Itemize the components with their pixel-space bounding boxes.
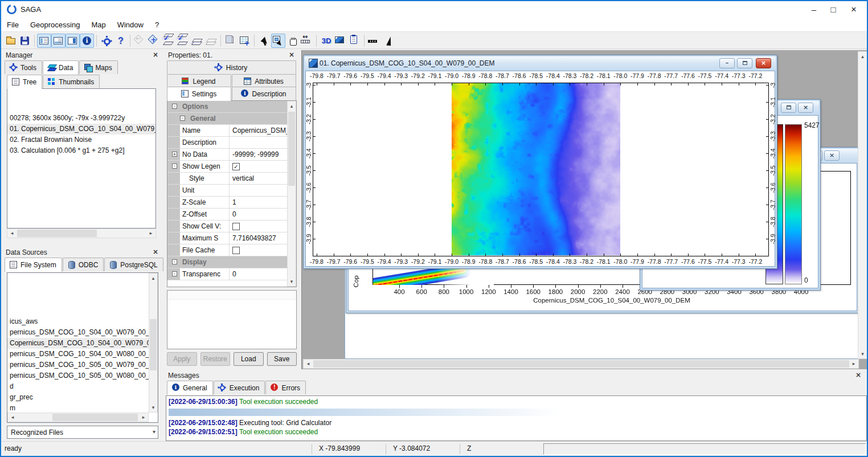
property-value-description[interactable] [229,137,287,148]
collapse-icon[interactable]: - [172,259,177,264]
manager-tree-hscrollbar[interactable]: ◂ ▸ [7,228,156,238]
data-source-item[interactable]: pernicus_DSM_COG_10_S04_00_W080_00_DEM [7,349,149,360]
messages-tab-errors[interactable]: Errors [265,381,306,394]
toolbar-grab-layers-button[interactable] [190,34,204,48]
tab-legend[interactable]: Legend [167,74,231,88]
menu-file[interactable]: File [1,18,24,32]
collapse-icon[interactable]: - [172,164,177,169]
menu-window[interactable]: Window [112,18,149,32]
legend-restore-button[interactable] [781,103,796,113]
messages-tab-general[interactable]: General [167,381,213,395]
messages-close-icon[interactable]: × [854,371,862,379]
data-sources-vscrollbar[interactable]: ▴ ▾ [149,273,158,413]
manager-tab-data[interactable]: Data [43,60,79,75]
save-button[interactable]: Save [267,352,297,366]
property-value-name[interactable]: Copernicus_DSM_ [229,125,287,136]
messages-tab-execution[interactable]: Execution [214,381,265,394]
property-value-maximum-s[interactable]: 7.7160493827 [229,232,287,244]
settings-vscrollbar[interactable]: ▴ ▾ [287,101,296,287]
legend-close-button[interactable]: × [798,103,813,113]
data-source-item[interactable]: pernicus_DSM_COG_10_S04_00_W079_00_DEM [7,327,149,338]
data-source-item[interactable]: icus_aws [7,316,149,327]
property-value-unit[interactable] [229,185,287,196]
tab-history[interactable]: History [167,60,296,74]
property-value-style[interactable]: vertical [229,173,287,184]
toolbar-save-image-button[interactable] [333,34,347,48]
property-value-show-cell-v[interactable] [229,221,287,232]
scroll-right-icon[interactable]: ▸ [139,413,148,422]
tab-attributes[interactable]: Attributes [232,74,296,88]
collapse-icon[interactable]: - [172,104,177,109]
property-value-file-cache[interactable] [229,244,287,256]
data-source-item[interactable]: pernicus_DSM_COG_10_S05_00_W079_00_DEM [7,360,149,370]
manager-tab-tools[interactable]: Tools [5,60,42,74]
properties-close-icon[interactable]: × [288,51,296,59]
toolbar-nav-extent-button[interactable] [147,34,161,48]
manager-close-icon[interactable]: × [152,51,159,59]
toolbar-tool-chains-button[interactable] [99,34,113,48]
chevron-down-icon[interactable]: ▾ [153,429,155,435]
mdi-vscrollbar[interactable]: ▴ ▾ [858,51,867,359]
scrollbar-thumb[interactable] [17,230,97,237]
toolbar-copy-map-button[interactable] [223,34,238,48]
collapse-icon[interactable]: - [172,271,177,276]
data-sources-tab-odbc[interactable]: ODBC [63,258,104,271]
checkbox-file-cache-unchecked[interactable] [232,247,240,254]
toolbar-show-data-sources-button[interactable] [51,34,65,48]
property-value-z-scale[interactable]: 1 [229,197,287,208]
toolbar-apply-layers-button[interactable] [204,34,218,48]
tab-description[interactable]: Description [232,87,296,100]
scroll-down-icon[interactable]: ▾ [288,277,296,286]
toolbar-show-manager-button[interactable] [37,34,51,48]
menu-map[interactable]: Map [85,18,111,32]
toolbar-pan-button[interactable] [285,34,300,48]
toolbar-north-arrow-button[interactable] [381,34,395,48]
toolbar-help-button[interactable] [113,34,128,48]
scrollbar-thumb[interactable] [150,319,157,370]
tree-item[interactable]: 02. Fractal Brownian Noise [7,134,155,145]
property-value-show-legen[interactable]: ✓ [229,161,287,172]
load-button[interactable]: Load [234,352,264,366]
scrollbar-thumb[interactable] [52,414,138,421]
tab-settings[interactable]: Settings [167,87,231,101]
toolbar-view-3d-button[interactable] [319,34,333,48]
restore-button[interactable]: Restore [200,352,231,366]
toolbar-zoom-button[interactable] [271,34,285,48]
maximize-button[interactable]: □ [824,2,843,17]
property-value-z-offset[interactable]: 0 [229,209,287,220]
scroll-up-icon[interactable]: ▴ [149,274,157,283]
data-source-item[interactable]: m [7,403,149,413]
scroll-down-icon[interactable]: ▾ [149,403,157,412]
scrollbar-thumb[interactable] [288,112,295,186]
map-restore-button[interactable] [737,58,752,68]
tree-item[interactable]: 03. Calculation [0.006 * g1 + 275 +g2] [7,145,155,156]
checkbox-show-legen-checked[interactable]: ✓ [232,163,240,170]
data-sources-tab-file-system[interactable]: File System [5,258,62,272]
toolbar-save-button[interactable] [18,34,32,48]
data-source-item[interactable]: d [7,381,149,392]
tree-item[interactable]: 01. Copernicus_DSM_COG_10_S04_00_W079_00… [7,124,155,134]
map-close-button[interactable]: × [756,58,771,68]
toolbar-clipboard-button[interactable] [347,34,362,48]
scroll-up-icon[interactable]: ▴ [288,101,296,111]
manager-tab-maps[interactable]: Maps [79,60,117,74]
scatter-close-button[interactable]: × [824,150,840,161]
mdi-hscrollbar[interactable]: ◂ ▸ [303,359,859,369]
toolbar-pointer-button[interactable] [257,34,271,48]
recognized-files-combo[interactable]: Recognized Files ▾ [7,426,158,439]
expand-icon[interactable]: + [172,152,177,157]
dem-raster[interactable] [452,83,620,255]
menu-[interactable]: ? [149,18,165,32]
data-sources-hscrollbar[interactable]: ◂ ▸ [7,413,149,422]
toolbar-load-grid-2-button[interactable] [175,34,190,48]
toolbar-show-properties-button[interactable] [65,34,80,48]
toolbar-show-object-info-button[interactable] [80,34,94,48]
menu-geoprocessing[interactable]: Geoprocessing [24,18,85,32]
toolbar-measure-button[interactable] [300,34,314,48]
manager-tab-thumbnails[interactable]: Thumbnails [43,75,100,88]
data-sources-close-icon[interactable]: × [152,248,159,256]
data-source-item[interactable]: gr_prec [7,392,149,403]
scroll-left-icon[interactable]: ◂ [304,360,313,368]
scroll-left-icon[interactable]: ◂ [8,413,17,422]
scroll-up-icon[interactable]: ▴ [858,52,867,61]
